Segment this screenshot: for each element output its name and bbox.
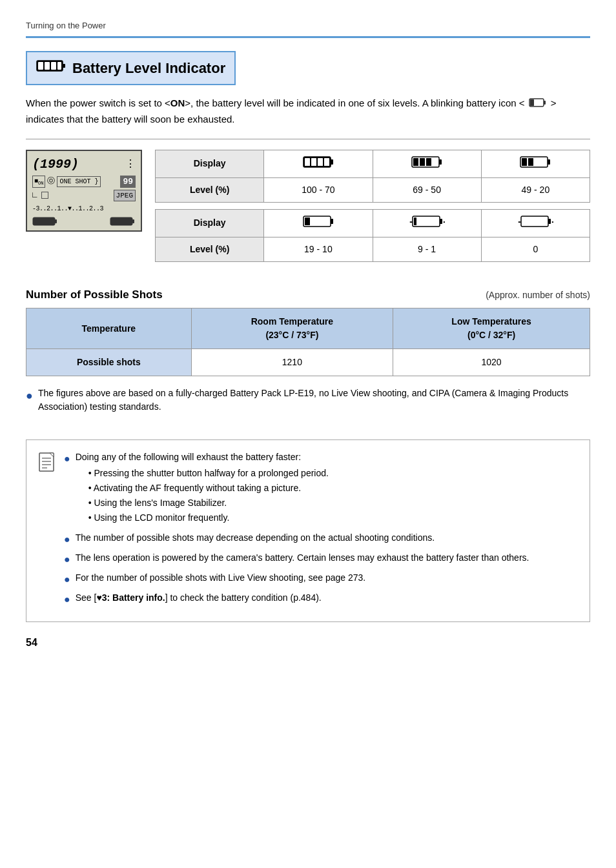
display-header: Display (156, 150, 264, 177)
svg-rect-7 (544, 101, 546, 105)
section-title: Battery Level Indicator (72, 57, 225, 79)
level-9-1: 9 - 1 (373, 237, 481, 261)
battery-bar-left (32, 216, 58, 227)
battery-full-icon (36, 57, 66, 79)
shots-table: Temperature Room Temperature(23°C / 73°F… (26, 308, 590, 376)
exposure-scale: -3..2..1..▼..1..2..3 (32, 204, 103, 214)
svg-rect-40 (39, 453, 54, 471)
svg-rect-17 (318, 158, 323, 166)
shots-section-header: Number of Possible Shots (Approx. number… (26, 287, 590, 303)
shots-subtitle: (Approx. number of shots) (486, 288, 590, 302)
bullet-icon-5: ● (64, 592, 70, 607)
af-mode-icon: ■ON (32, 176, 45, 188)
rect-icon (41, 192, 48, 199)
info-content: ● Doing any of the following will exhaus… (64, 450, 578, 611)
svg-rect-4 (51, 62, 56, 70)
svg-rect-11 (110, 217, 132, 225)
svg-rect-16 (311, 158, 316, 166)
svg-rect-27 (528, 158, 533, 166)
temp-header: Temperature (26, 308, 192, 349)
bullet-icon-1: ● (64, 451, 70, 467)
svg-rect-3 (45, 62, 50, 70)
room-temp-header: Room Temperature(23°C / 73°F) (191, 308, 393, 349)
svg-rect-8 (530, 99, 534, 106)
frame-count-99: 99 (120, 176, 136, 188)
breadcrumb: Turning on the Power (26, 19, 590, 32)
svg-rect-12 (132, 219, 134, 223)
info-bullet-4: ● For the number of possible shots with … (64, 571, 578, 587)
page-number: 54 (26, 635, 590, 651)
svg-rect-23 (426, 158, 431, 166)
level-69-50: 69 - 50 (373, 177, 481, 202)
camera-icon: ⓞ (47, 176, 55, 187)
battery-display-low (481, 150, 590, 177)
svg-rect-9 (33, 217, 55, 225)
info-bullet-2-text: The number of possible shots may decreas… (76, 531, 435, 545)
battery-table-bottom: Display - (155, 209, 590, 262)
svg-text:-: - (551, 217, 553, 227)
battery-level-tables: Display (155, 150, 590, 268)
svg-rect-18 (324, 158, 329, 166)
level-0: 0 (481, 237, 590, 261)
section-header: Battery Level Indicator (26, 51, 236, 85)
one-shot-label: ONE SHOT } (57, 176, 101, 187)
svg-rect-5 (57, 62, 61, 70)
info-bullet-5-text: See [♥3: Battery info.] to check the bat… (76, 591, 322, 605)
svg-rect-34 (414, 217, 416, 225)
shots-title: Number of Possible Shots (26, 287, 163, 303)
info-note-icon (38, 452, 56, 479)
note-text: The figures above are based on a fully-c… (38, 387, 590, 414)
exhaust-item-3: Using the lens's Image Stabilizer. (88, 496, 329, 510)
intro-paragraph: When the power switch is set to <ON>, th… (26, 96, 590, 127)
r-indicator: ∟ (32, 189, 37, 202)
room-temp-shots: 1210 (191, 349, 393, 376)
battery-exhaust-list: Pressing the shutter button halfway for … (88, 467, 329, 525)
svg-text:-: - (442, 217, 445, 227)
svg-rect-20 (439, 159, 442, 165)
battery-display-critical: - - (373, 209, 481, 237)
svg-rect-37 (521, 216, 548, 227)
low-temp-header: Low Temperatures(0°C / 32°F) (393, 308, 590, 349)
display-header-bot: Display (156, 209, 264, 237)
camera-lcd-display: (1999) ⋮ ■ON ⓞ ONE SHOT } 99 ∟ JPEG (26, 150, 142, 232)
note-bullet: ● The figures above are based on a fully… (26, 387, 590, 414)
possible-shots-label: Possible shots (26, 349, 192, 376)
shot-counter: (1999) (32, 155, 79, 174)
menu-dots-icon: ⋮ (125, 159, 136, 170)
level-49-20: 49 - 20 (481, 177, 590, 202)
exhaust-item-4: Using the LCD monitor frequently. (88, 511, 329, 525)
bullet-icon-3: ● (64, 552, 70, 567)
info-bullet-4-text: For the number of possible shots with Li… (76, 571, 366, 585)
battery-bar-right (110, 216, 136, 227)
info-bullet-5: ● See [♥3: Battery info.] to check the b… (64, 591, 578, 607)
svg-rect-25 (548, 159, 550, 165)
svg-rect-14 (331, 159, 333, 165)
bullet-icon-2: ● (64, 532, 70, 547)
bullet-icon: ● (26, 387, 33, 405)
level-19-10: 19 - 10 (264, 237, 373, 261)
svg-rect-15 (305, 158, 310, 166)
battery-display-full (264, 150, 373, 177)
exhaust-item-1: Pressing the shutter button halfway for … (88, 467, 329, 480)
svg-rect-26 (522, 158, 527, 166)
bullet-icon-4: ● (64, 572, 70, 587)
exhaust-item-2: Activating the AF frequently without tak… (88, 481, 329, 495)
svg-rect-30 (305, 217, 310, 225)
top-divider (26, 36, 590, 38)
svg-rect-1 (63, 64, 65, 68)
svg-rect-29 (331, 219, 333, 224)
battery-display-empty: - - (481, 209, 590, 237)
info-bullet-1: ● Doing any of the following will exhaus… (64, 450, 578, 527)
jpeg-label: JPEG (114, 190, 136, 202)
info-box: ● Doing any of the following will exhaus… (26, 439, 590, 622)
battery-display-med (373, 150, 481, 177)
svg-marker-45 (50, 453, 54, 457)
low-temp-shots: 1020 (393, 349, 590, 376)
level-header-bot: Level (%) (156, 237, 264, 261)
battery-table-top: Display (155, 150, 590, 203)
level-header-top: Level (%) (156, 177, 264, 202)
svg-rect-32 (413, 216, 440, 227)
svg-rect-22 (420, 158, 425, 166)
battery-info-bold: ♥3: Battery info. (96, 592, 165, 603)
info-bullet-3: ● The lens operation is powered by the c… (64, 551, 578, 567)
